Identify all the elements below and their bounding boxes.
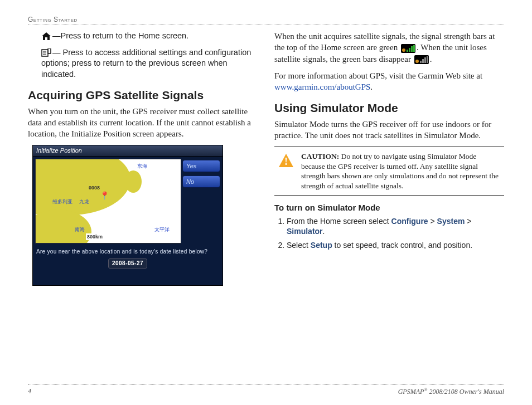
map-label-nanhai: 南海 xyxy=(75,226,85,233)
map-label-pacific: 太平洋 xyxy=(154,226,170,233)
map-label-kowloon: 九龙 xyxy=(79,198,89,205)
svg-text:!: ! xyxy=(284,156,288,167)
signal-bars-green-icon xyxy=(401,44,415,53)
about-gps-link[interactable]: www.garmin.com/aboutGPS xyxy=(274,82,370,91)
screenshot-date-row: 2008-05-27 xyxy=(33,256,223,285)
signal-bars-lost-icon xyxy=(414,55,429,64)
step-2: Select Setup to set speed, track control… xyxy=(287,240,504,251)
heading-acquiring: Acquiring GPS Satellite Signals xyxy=(28,87,258,103)
screenshot-yes-button[interactable]: Yes xyxy=(182,160,220,172)
para-simulator: Simulator Mode turns the GPS receiver of… xyxy=(274,119,504,141)
svg-rect-4 xyxy=(48,48,51,53)
left-column: —Press to return to the Home screen. — P… xyxy=(28,31,258,286)
options-icon xyxy=(41,48,51,57)
kw-configure: Configure xyxy=(391,217,428,226)
right-column: When the unit acquires satellite signals… xyxy=(274,31,504,286)
para-moreinfo: For more information about GPS, visit th… xyxy=(274,70,504,93)
map-scale: 800km xyxy=(86,233,104,240)
kw-setup: Setup xyxy=(311,241,332,250)
para-signals: When the unit acquires satellite signals… xyxy=(274,31,504,65)
para-acquiring: When you turn on the unit, the GPS recei… xyxy=(28,106,258,140)
caution-box: ! CAUTION: Do not try to navigate using … xyxy=(274,147,504,196)
screenshot-question: Are you near the above location and is t… xyxy=(33,246,223,256)
home-icon xyxy=(41,32,51,41)
map-pin-icon: 📍 xyxy=(100,191,109,201)
step-1: From the Home screen select Configure > … xyxy=(287,216,504,237)
kw-simulator: Simulator xyxy=(287,227,323,236)
home-icon-text: —Press to return to the Home screen. xyxy=(52,31,188,40)
map-label-victoria: 维多利亚 xyxy=(52,198,72,205)
map-label-donghai: 东海 xyxy=(137,163,147,169)
heading-simulator: Using Simulator Mode xyxy=(274,100,504,116)
caution-label: CAUTION: xyxy=(301,152,339,160)
page-footer: 4 GPSMAP® 2008/2108 Owner's Manual xyxy=(28,384,504,396)
map-label-code: 0008 xyxy=(89,184,100,191)
screenshot-no-button[interactable]: No xyxy=(182,175,220,188)
footer-product: GPSMAP® 2008/2108 Owner's Manual xyxy=(398,387,504,396)
home-icon-desc: —Press to return to the Home screen. xyxy=(41,31,258,42)
initialize-position-screenshot: Initialize Position 东海 维多利亚 九龙 南海 太平洋 00… xyxy=(32,145,223,285)
caution-icon: ! xyxy=(278,153,294,169)
screenshot-date: 2008-05-27 xyxy=(108,258,147,269)
options-icon-desc: — Press to access additional settings an… xyxy=(41,47,258,80)
screenshot-body: 东海 维多利亚 九龙 南海 太平洋 0008 800km 📍 Yes No xyxy=(33,157,223,246)
section-header: Getting Started xyxy=(28,16,504,25)
screenshot-map: 东海 维多利亚 九龙 南海 太平洋 0008 800km 📍 xyxy=(35,159,181,243)
kw-system: System xyxy=(437,217,465,226)
page-number: 4 xyxy=(28,387,31,396)
subheading-turn-on-sim: To turn on Simulator Mode xyxy=(274,202,504,213)
screenshot-titlebar: Initialize Position xyxy=(33,145,223,157)
options-icon-text: — Press to access additional settings an… xyxy=(41,48,251,79)
